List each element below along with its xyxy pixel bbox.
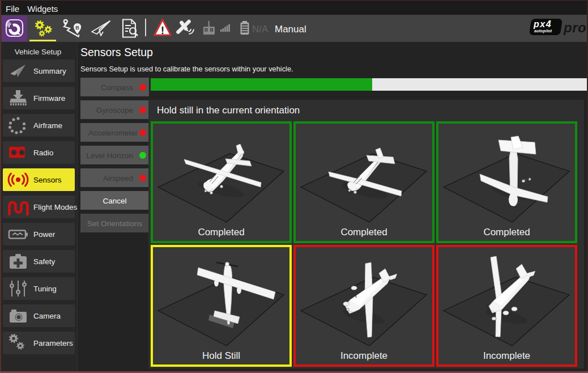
- svg-text:!: !: [161, 25, 164, 36]
- svg-text:B: B: [75, 25, 79, 31]
